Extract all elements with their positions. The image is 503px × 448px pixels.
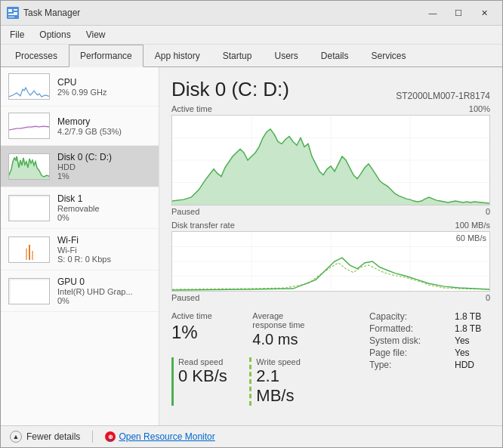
minimize-button[interactable]: — [421,5,445,20]
menu-view[interactable]: View [80,27,112,42]
chart2-label-right: 100 MB/s [455,221,490,230]
gpu0-thumbnail [8,278,50,304]
sidebar-item-disk1[interactable]: Disk 1 Removable 0% [1,187,159,229]
disk0-info: Disk 0 (C: D:) HDD 1% [57,152,151,181]
svg-rect-1 [8,9,12,12]
chevron-up-icon: ▲ [10,431,22,443]
stats-left: Active time 1% Average response time 4.0… [171,311,316,406]
tab-performance[interactable]: Performance [69,45,143,67]
gpu0-name: GPU 0 [57,277,151,287]
cpu-thumbnail [8,73,50,100]
footer: ▲ Fewer details ⊕ Open Resource Monitor [1,425,502,447]
read-speed-label: Read speed [178,357,237,366]
chart2-inner-label: 60 MB/s [456,233,486,243]
fewer-details-label: Fewer details [26,431,80,442]
svg-rect-16 [9,279,50,304]
chart1-bottom-left: Paused [171,207,199,216]
chart1-label-left: Active time [171,104,212,113]
page-file-value: Yes [455,348,470,358]
info-formatted: Formatted: 1.8 TB [369,323,490,334]
type-value: HDD [455,360,474,370]
cpu-name: CPU [57,77,151,88]
sidebar-item-memory[interactable]: Memory 4.2/7.9 GB (53%) [1,107,159,146]
active-time-chart-section: Active time 100% [171,104,490,216]
info-type: Type: HDD [369,360,490,370]
wifi-info: Wi-Fi Wi-Fi S: 0 R: 0 Kbps [57,235,151,264]
memory-name: Memory [57,116,151,127]
info-page-file: Page file: Yes [369,348,490,358]
avg-response-stat: Average response time 4.0 ms [252,311,315,348]
page-file-label: Page file: [369,348,449,358]
type-label: Type: [369,360,449,370]
write-speed-block: Write speed 2.1 MB/s [249,357,315,406]
menu-options[interactable]: Options [33,27,76,42]
title-bar-controls: — ☐ ✕ [421,5,496,20]
open-resource-monitor-link[interactable]: ⊕ Open Resource Monitor [105,431,214,442]
info-system-disk: System disk: Yes [369,335,490,346]
info-capacity: Capacity: 1.8 TB [369,311,490,322]
write-speed-label: Write speed [256,357,315,366]
title-bar-left: Task Manager [7,7,80,19]
tab-details[interactable]: Details [310,45,360,67]
disk1-name: Disk 1 [57,193,151,204]
memory-info: Memory 4.2/7.9 GB (53%) [57,116,151,136]
sidebar-item-wifi[interactable]: Wi-Fi Wi-Fi S: 0 R: 0 Kbps [1,229,159,270]
avg-response-value: 4.0 ms [252,331,315,348]
fewer-details-button[interactable]: ▲ Fewer details [10,431,80,443]
capacity-value: 1.8 TB [455,311,481,322]
memory-thumbnail [8,113,50,139]
transfer-rate-chart: 60 MB/s [171,231,490,292]
stats-row-1: Active time 1% Average response time 4.0… [171,311,316,348]
sidebar-item-gpu0[interactable]: GPU 0 Intel(R) UHD Grap... 0% [1,270,159,312]
wifi-sub1: Wi-Fi [57,246,151,255]
app-icon [7,7,19,19]
disk0-sub1: HDD [57,162,151,171]
system-disk-value: Yes [455,335,470,346]
close-button[interactable]: ✕ [472,5,496,20]
active-time-chart [171,115,490,205]
tab-bar: Processes Performance App history Startu… [1,45,502,67]
svg-rect-4 [8,14,17,15]
disk1-info: Disk 1 Removable 0% [57,193,151,222]
disk-info-grid: Capacity: 1.8 TB Formatted: 1.8 TB Syste… [369,311,490,406]
read-write-row: Read speed 0 KB/s Write speed 2.1 MB/s [171,357,316,406]
formatted-label: Formatted: [369,323,449,334]
open-resource-monitor-label: Open Resource Monitor [119,431,214,442]
disk0-name: Disk 0 (C: D:) [57,152,151,162]
chart2-label-left: Disk transfer rate [171,221,235,230]
menu-file[interactable]: File [4,27,30,42]
tab-startup[interactable]: Startup [211,45,264,67]
footer-separator [92,431,93,443]
svg-rect-3 [14,12,17,14]
cpu-info: CPU 2% 0.99 GHz [57,77,151,97]
svg-rect-10 [9,196,50,221]
tab-processes[interactable]: Processes [4,45,69,67]
wifi-sub2: S: 0 R: 0 Kbps [57,255,151,264]
disk1-thumbnail [8,195,50,221]
window-title: Task Manager [23,8,80,18]
sidebar: CPU 2% 0.99 GHz Memory 4.2/7.9 GB (53%) [1,67,159,425]
sidebar-item-disk0[interactable]: Disk 0 (C: D:) HDD 1% [1,146,159,187]
read-speed-value: 0 KB/s [178,366,237,386]
tab-services[interactable]: Services [360,45,418,67]
gpu0-sub2: 0% [57,296,151,305]
transfer-rate-chart-section: Disk transfer rate 100 MB/s 60 MB/s [171,221,490,302]
svg-rect-14 [26,249,27,260]
tab-users[interactable]: Users [263,45,309,67]
formatted-value: 1.8 TB [455,323,481,334]
disk0-sub2: 1% [57,171,151,181]
svg-rect-5 [8,17,14,17]
svg-rect-13 [29,245,30,260]
capacity-label: Capacity: [369,311,449,322]
menu-bar: File Options View [1,26,502,45]
memory-sub: 4.2/7.9 GB (53%) [57,127,151,136]
sidebar-item-cpu[interactable]: CPU 2% 0.99 GHz [1,67,159,107]
chart1-label-row: Active time 100% [171,104,490,113]
title-bar: Task Manager — ☐ ✕ [1,1,502,26]
gpu0-info: GPU 0 Intel(R) UHD Grap... 0% [57,277,151,305]
maximize-button[interactable]: ☐ [446,5,471,20]
disk-model: ST2000LM007-1R8174 [396,91,490,101]
tab-app-history[interactable]: App history [143,45,211,67]
cpu-sub: 2% 0.99 GHz [57,88,151,97]
task-manager-window: Task Manager — ☐ ✕ File Options View Pro… [0,0,503,448]
